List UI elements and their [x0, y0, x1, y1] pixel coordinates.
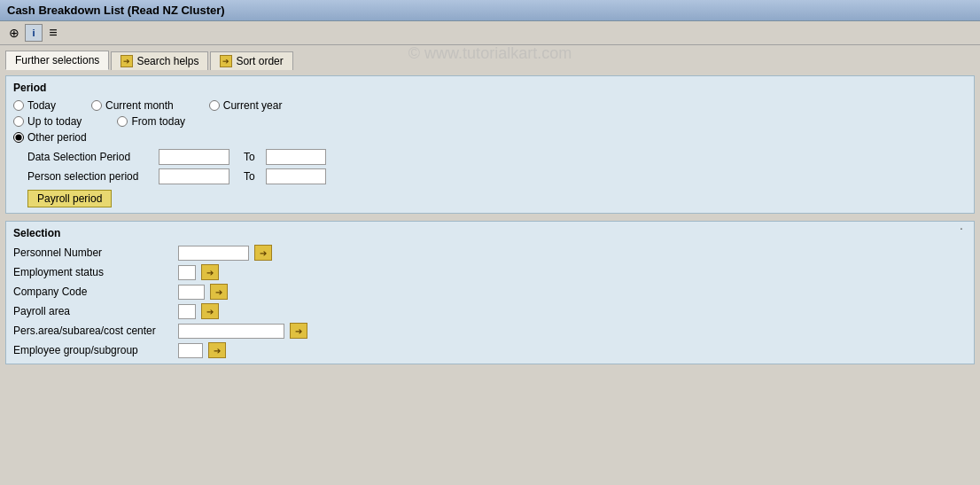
tab-further-selections[interactable]: Further selections	[5, 51, 109, 70]
employee-group-arrow-btn[interactable]: ➔	[208, 342, 226, 358]
info-icon[interactable]: i	[25, 24, 43, 42]
employment-status-input[interactable]	[178, 265, 196, 280]
company-code-label: Company Code	[13, 286, 173, 298]
pers-area-label: Pers.area/subarea/cost center	[13, 325, 173, 337]
employee-group-row: Employee group/subgroup ➔	[13, 342, 967, 358]
period-section: Period Today Current month Current year …	[5, 75, 975, 214]
personnel-number-arrow-btn[interactable]: ➔	[254, 245, 272, 261]
to-label-2: To	[244, 170, 255, 183]
from-today-label: From today	[131, 115, 185, 128]
payroll-period-label: Payroll period	[37, 192, 102, 205]
company-code-input[interactable]	[178, 285, 205, 300]
employee-group-input[interactable]	[178, 343, 203, 358]
tab-bar: Further selections ➔ Search helps ➔ Sort…	[5, 51, 975, 70]
person-selection-row: Person selection period To	[27, 168, 967, 184]
toolbar: ⊕ i ≡	[0, 21, 980, 45]
payroll-area-arrow-btn[interactable]: ➔	[201, 303, 219, 319]
radio-other-period[interactable]: Other period	[13, 131, 967, 144]
company-code-row: Company Code ➔	[13, 284, 967, 300]
pers-area-arrow-btn[interactable]: ➔	[290, 323, 307, 339]
data-selection-label: Data Selection Period	[27, 151, 152, 163]
selection-title: Selection	[13, 227, 967, 239]
up-to-today-label: Up to today	[27, 115, 82, 128]
personnel-number-input[interactable]	[178, 246, 249, 261]
today-label: Today	[27, 99, 56, 112]
selection-section: Selection Personnel Number ➔ Employment …	[5, 221, 975, 364]
radio-current-month[interactable]: Current month	[91, 99, 174, 112]
employment-status-label: Employment status	[13, 266, 173, 278]
person-selection-from-input[interactable]	[159, 168, 229, 184]
radio-today[interactable]: Today	[13, 99, 56, 112]
payroll-area-input[interactable]	[178, 304, 196, 319]
back-icon[interactable]: ⊕	[5, 24, 23, 42]
personnel-number-row: Personnel Number ➔	[13, 245, 967, 261]
sort-order-arrow: ➔	[220, 55, 232, 67]
pers-area-input[interactable]	[178, 324, 284, 339]
pers-area-row: Pers.area/subarea/cost center ➔	[13, 323, 967, 339]
employment-status-row: Employment status ➔	[13, 264, 967, 280]
to-label-1: To	[244, 151, 255, 163]
current-year-label: Current year	[223, 99, 283, 112]
radio-up-to-today[interactable]: Up to today	[13, 115, 82, 128]
data-selection-row: Data Selection Period To	[27, 149, 967, 165]
radio-current-year[interactable]: Current year	[209, 99, 283, 112]
radio-from-today[interactable]: From today	[117, 115, 185, 128]
search-helps-label: Search helps	[136, 55, 198, 67]
payroll-area-row: Payroll area ➔	[13, 303, 967, 319]
payroll-area-label: Payroll area	[13, 305, 173, 317]
sort-order-label: Sort order	[236, 55, 283, 67]
employee-group-label: Employee group/subgroup	[13, 344, 173, 356]
personnel-number-label: Personnel Number	[13, 246, 173, 259]
person-selection-label: Person selection period	[27, 170, 152, 183]
person-selection-to-input[interactable]	[266, 168, 326, 184]
dot-indicator: .	[960, 218, 963, 232]
window-title: Cash Breakdown List (Read NZ Cluster)	[7, 4, 225, 17]
tab-search-helps[interactable]: ➔ Search helps	[111, 51, 208, 70]
payroll-period-button[interactable]: Payroll period	[27, 190, 112, 207]
menu-icon[interactable]: ≡	[44, 24, 62, 42]
current-month-label: Current month	[105, 99, 174, 112]
search-helps-arrow: ➔	[121, 55, 133, 67]
data-selection-from-input[interactable]	[159, 149, 229, 165]
selection-rows: Personnel Number ➔ Employment status ➔ C…	[13, 245, 967, 358]
period-title: Period	[13, 82, 967, 94]
other-period-label: Other period	[27, 131, 87, 144]
tab-sort-order[interactable]: ➔ Sort order	[210, 51, 292, 70]
data-selection-to-input[interactable]	[266, 149, 326, 165]
further-selections-label: Further selections	[15, 54, 99, 66]
company-code-arrow-btn[interactable]: ➔	[210, 284, 228, 300]
employment-status-arrow-btn[interactable]: ➔	[201, 264, 219, 280]
title-bar: Cash Breakdown List (Read NZ Cluster)	[0, 0, 980, 21]
